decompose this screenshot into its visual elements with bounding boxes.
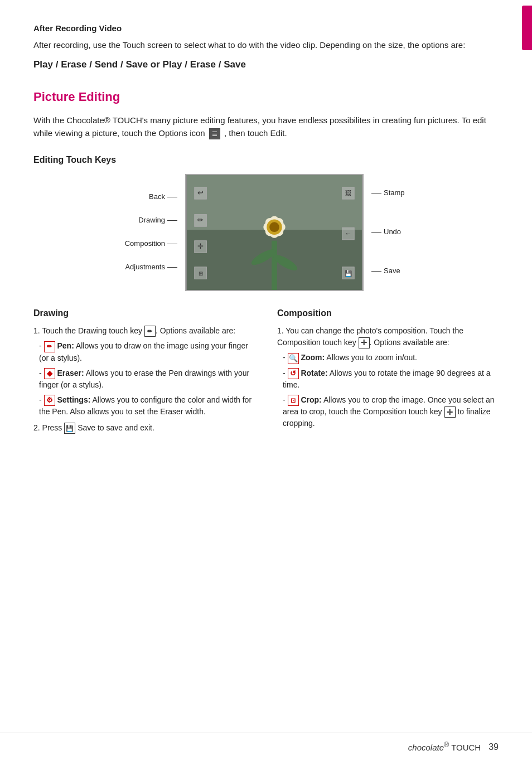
zoom-icon: 🔍: [288, 353, 299, 364]
drawing-section-title: Drawing: [33, 307, 255, 319]
composition-column: Composition 1. You can change the photo'…: [277, 307, 499, 438]
drawing-step2: 2. Press 💾 Save to save and exit.: [33, 422, 255, 434]
svg-text:⊞: ⊞: [199, 270, 203, 276]
diagram-labels-left: Back Drawing Composition A: [118, 186, 180, 279]
drawing-label-diag: Drawing: [118, 209, 180, 233]
picture-editing-title: Picture Editing: [33, 88, 499, 106]
play-erase-options: Play / Erase / Send / Save or Play / Era…: [33, 58, 499, 72]
picture-editing-section: Picture Editing With the Chocolate® TOUC…: [33, 88, 499, 437]
page-number: 39: [489, 740, 499, 753]
composition-crop-item: - ⊡ Crop: Allows you to crop the image. …: [283, 394, 499, 430]
composition-zoom-item: - 🔍 Zoom: Allows you to zoom in/out.: [283, 352, 499, 364]
brand-sup: ®: [444, 741, 449, 749]
svg-point-10: [269, 222, 279, 232]
rotate-icon: ↺: [288, 368, 299, 379]
stamp-connector: [371, 193, 381, 193]
brand-touch: TOUCH: [451, 743, 481, 752]
composition-section-title: Composition: [277, 307, 499, 319]
back-connector: [167, 197, 177, 197]
svg-text:↩: ↩: [197, 188, 204, 197]
composition-finalize-icon: ✛: [444, 406, 456, 418]
composition-connector: [167, 244, 177, 244]
svg-text:🖼: 🖼: [345, 190, 351, 196]
adjustments-label-diag: Adjustments: [118, 256, 180, 279]
svg-text:✏: ✏: [197, 216, 204, 224]
right-tab: [522, 6, 532, 50]
drawing-pen-item: - ✏ Pen: Allows you to draw on the image…: [39, 340, 255, 364]
after-recording-section: After Recording Video After recording, u…: [33, 22, 499, 71]
composition-label-diag: Composition: [118, 233, 180, 256]
composition-rotate-item: - ↺ Rotate: Allows you to rotate the ima…: [283, 367, 499, 391]
after-recording-body: After recording, use the Touch screen to…: [33, 39, 499, 51]
drawing-step1: 1. Touch the Drawing touch key ✏. Option…: [33, 325, 255, 337]
composition-touch-key-icon: ✛: [359, 337, 370, 348]
spacer: [369, 244, 414, 260]
save-label: Save: [369, 260, 414, 283]
pen-icon: ✏: [44, 341, 55, 352]
photo-background: ↩ ✏ ✛ ⊞ �: [186, 175, 362, 290]
diagram-photo: ↩ ✏ ✛ ⊞ �: [185, 174, 364, 291]
composition-step1: 1. You can change the photo's compositio…: [277, 325, 499, 348]
save-icon-inline: 💾: [64, 423, 75, 434]
svg-text:💾: 💾: [345, 269, 352, 277]
svg-text:←: ←: [345, 229, 352, 238]
adjustments-connector: [167, 267, 177, 268]
svg-text:✛: ✛: [197, 242, 204, 250]
settings-icon: ⚙: [44, 395, 55, 406]
crop-icon: ⊡: [288, 395, 299, 406]
drawing-eraser-item: - ◆ Eraser: Allows you to erase the Pen …: [39, 367, 255, 391]
diagram-labels-right: Stamp Undo Save: [369, 182, 414, 283]
svg-rect-2: [272, 240, 277, 289]
drawing-connector: [167, 220, 177, 221]
editing-touch-keys-title: Editing Touch Keys: [33, 153, 499, 166]
picture-editing-intro: With the Chocolate® TOUCH's many picture…: [33, 114, 499, 140]
drawing-column: Drawing 1. Touch the Drawing touch key ✏…: [33, 307, 255, 438]
page-footer: chocolate® TOUCH 39: [0, 733, 532, 754]
brand-name: chocolate: [408, 743, 444, 752]
drawing-settings-item: - ⚙ Settings: Allows you to configure th…: [39, 394, 255, 418]
undo-connector: [371, 232, 381, 233]
save-connector: [371, 271, 381, 272]
two-column-section: Drawing 1. Touch the Drawing touch key ✏…: [33, 307, 499, 438]
after-recording-title: After Recording Video: [33, 22, 499, 35]
photo-svg: ↩ ✏ ✛ ⊞ �: [186, 175, 362, 290]
intro-text-end: , then touch Edit.: [224, 128, 287, 138]
footer-brand: chocolate® TOUCH: [408, 740, 481, 754]
drawing-touch-key-icon: ✏: [144, 326, 156, 337]
stamp-label: Stamp: [369, 182, 414, 205]
diagram-area: Back Drawing Composition A: [33, 174, 499, 291]
undo-label: Undo: [369, 221, 414, 244]
options-icon: ☰: [209, 128, 220, 139]
eraser-icon: ◆: [44, 368, 55, 379]
back-label: Back: [118, 186, 180, 209]
